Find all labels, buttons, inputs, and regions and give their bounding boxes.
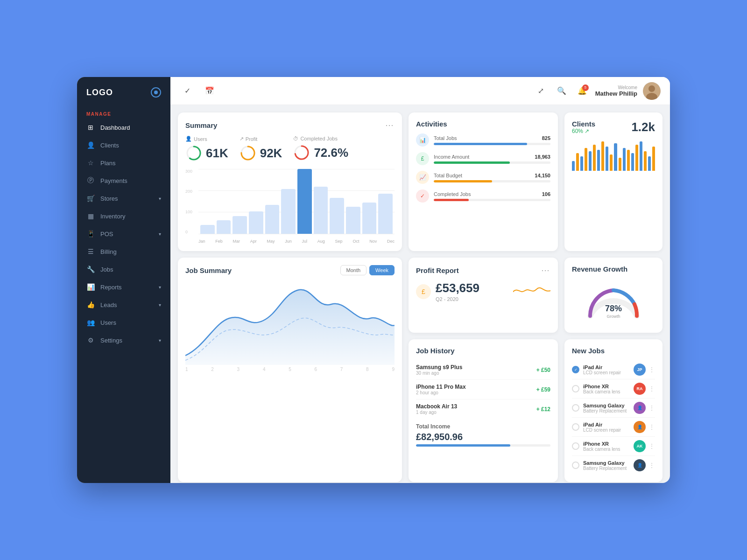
check-icon[interactable]: ✓ [180,84,195,98]
clients-bar-7 [601,141,604,171]
settings-chevron-icon: ▾ [159,338,161,343]
sidebar-item-reports[interactable]: 📊 Reports ▾ [77,278,170,296]
new-job-menu-1[interactable]: ⋮ [648,385,655,392]
completed-label: ⏱ Completed Jobs [293,136,338,141]
profit-details: £53,659 Q2 - 2020 [436,281,479,302]
activity-label-0: Total Jobs 825 [434,135,550,141]
line-label-7: 7 [340,367,343,372]
job-amount-0: + £50 [536,367,550,373]
profit-menu[interactable]: ⋯ [541,265,550,275]
sidebar-item-users[interactable]: 👥 Users [77,314,170,331]
sidebar-item-settings[interactable]: ⚙ Settings ▾ [77,331,170,349]
reports-chevron-icon: ▾ [159,285,161,290]
activity-icon-1: £ [416,152,429,165]
line-label-5: 5 [289,367,291,372]
revenue-header: Revenue Growth [572,265,655,273]
user-name: Mathew Phillip [595,90,637,97]
line-label-6: 6 [314,367,317,372]
profit-card: Profit Report ⋯ £ £53,659 Q2 - 2020 [409,258,558,333]
new-job-avatar-5: 👤 [634,459,646,471]
new-job-info-0: iPad Air LCD screen repair [583,364,634,375]
bar-Jul [297,169,312,234]
expand-icon[interactable]: ⤢ [534,84,549,98]
settings-icon: ⚙ [86,336,95,344]
sidebar-item-clients[interactable]: 👤 Clients [77,136,170,154]
new-job-check-4 [572,442,579,450]
notification-icon[interactable]: 🔔 5 [575,84,590,98]
clients-bar-8 [606,147,608,171]
line-chart-svg [185,281,395,365]
sidebar-item-payments[interactable]: Ⓟ Payments [77,172,170,189]
new-job-desc-4: Back camera lens [583,447,634,452]
clients-bar-0 [572,161,575,171]
bar-label-Aug: Aug [317,239,325,244]
bar-Jan [200,225,215,234]
sidebar-item-pos[interactable]: 📱 POS ▾ [77,225,170,243]
sidebar: LOGO MANAGE ⊞ Dashboard 👤 Clients ☆ Plan… [77,77,170,483]
line-label-2: 2 [211,367,214,372]
bar-label-Jan: Jan [198,239,205,244]
new-job-menu-5[interactable]: ⋮ [648,462,655,469]
new-job-avatar-1: RA [634,383,646,395]
job-time-0: 30 min ago [416,371,536,376]
sidebar-label-reports: Reports [100,284,122,291]
revenue-title: Revenue Growth [572,265,627,273]
new-job-avatar-3: 👤 [634,421,646,433]
job-name-2: Macbook Air 13 [416,403,536,410]
sidebar-logo: LOGO [77,77,170,108]
summary-stats: 👤 Users 61K ↗ [185,136,395,161]
activity-row-2: 📈 Total Budget 14,150 [416,171,550,184]
new-job-info-1: iPhone XR Back camera lens [583,384,634,394]
new-job-check-2 [572,404,579,412]
sidebar-item-inventory[interactable]: ▦ Inventory [77,207,170,225]
profit-value: 92K [240,145,282,161]
bar-label-Apr: Apr [250,239,257,244]
users-ring [185,145,202,161]
new-job-menu-4[interactable]: ⋮ [648,442,655,450]
job-summary-title: Job Summary [185,266,232,274]
bar-chart-area [198,169,395,234]
sidebar-item-leads[interactable]: 👍 Leads ▾ [77,296,170,314]
activity-row-1: £ Income Amount 18,963 [416,152,550,165]
new-job-item-2: Samsung Galaxy Battery Replacement 👤 ⋮ [572,399,655,418]
svg-text:78%: 78% [605,304,622,313]
sidebar-item-dashboard[interactable]: ⊞ Dashboard [77,119,170,136]
clients-bar-4 [589,151,592,171]
users-icon: 👥 [86,318,95,327]
job-history-item-1: iPhone 11 Pro Max 2 hour ago + £59 [416,380,550,399]
sidebar-item-billing[interactable]: ☰ Billing [77,243,170,260]
search-icon[interactable]: 🔍 [554,84,569,98]
summary-menu[interactable]: ⋯ [385,120,395,130]
job-history-title: Job History [416,347,455,355]
activity-info-3: Completed Jobs 106 [434,191,550,201]
new-job-menu-0[interactable]: ⋮ [648,366,655,373]
sidebar-label-jobs: Jobs [100,266,113,273]
welcome-label: Welcome [595,85,637,90]
line-label-3: 3 [237,367,240,372]
job-history-card: Job History Samsung s9 Plus 30 min ago +… [409,339,558,482]
sidebar-item-stores[interactable]: 🛒 Stores ▾ [77,189,170,207]
bar-Dec [378,194,393,234]
new-job-avatar-2: 👤 [634,402,646,414]
new-job-name-0: iPad Air [583,364,634,370]
toggle-buttons: Month Week [340,265,395,275]
completed-ring [293,144,310,161]
user-avatar [643,82,661,100]
new-job-check-1 [572,385,579,392]
activity-fill-0 [434,143,527,145]
week-toggle-button[interactable]: Week [369,265,395,275]
dashboard-icon: ⊞ [86,123,95,132]
clients-bar-11 [619,158,621,171]
job-time-2: 1 day ago [416,410,536,415]
summary-header: Summary ⋯ [185,120,395,130]
bar-Apr [249,211,263,234]
month-toggle-button[interactable]: Month [340,265,367,275]
new-job-menu-2[interactable]: ⋮ [648,404,655,412]
calendar-icon[interactable]: 📅 [202,84,217,98]
bar-chart: 300 200 100 0 JanFebMarAprMayJunJulAugSe… [185,169,395,244]
sidebar-item-jobs[interactable]: 🔧 Jobs [77,260,170,278]
line-label-1: 1 [185,367,188,372]
line-label-9: 9 [392,367,395,372]
new-job-menu-3[interactable]: ⋮ [648,423,655,431]
sidebar-item-plans[interactable]: ☆ Plans [77,154,170,172]
